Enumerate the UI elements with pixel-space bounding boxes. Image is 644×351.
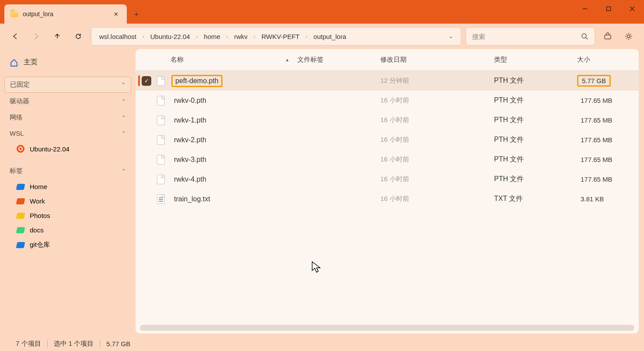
file-icon xyxy=(157,194,165,204)
file-type: PTH 文件 xyxy=(494,76,577,85)
chevron-right-icon: › xyxy=(141,34,146,39)
sidebar-wsl-section[interactable]: WSL ⌃ xyxy=(4,126,131,140)
file-size: 177.65 MB xyxy=(577,175,616,184)
file-row[interactable]: train_log.txt 16 小时前 TXT 文件 3.81 KB xyxy=(136,189,639,209)
status-item-count: 7 个项目 xyxy=(10,340,47,348)
breadcrumb-segment[interactable]: rwkv xyxy=(232,32,251,41)
col-header-size-label: 大小 xyxy=(577,56,590,63)
tag-icon xyxy=(16,198,25,204)
file-name: rwkv-3.pth xyxy=(171,155,209,165)
column-headers: 名称 ▲ 文件标签 修改日期 类型 大小 xyxy=(136,49,639,71)
search-icon[interactable] xyxy=(581,33,588,40)
sidebar-tags-label: 标签 xyxy=(10,167,23,175)
svg-rect-6 xyxy=(605,35,611,39)
window-controls xyxy=(573,0,644,18)
file-size: 3.81 KB xyxy=(577,194,607,204)
close-tab-button[interactable]: ✕ xyxy=(114,11,121,18)
folder-icon xyxy=(10,11,18,17)
file-row[interactable]: rwkv-0.pth 16 小时前 PTH 文件 177.65 MB xyxy=(136,91,639,110)
sidebar: 主页 已固定 ⌃ 驱动器 ⌃ 网络 ⌃ WSL ⌃ Ubuntu-22.04 标… xyxy=(0,49,136,336)
file-name: rwkv-4.pth xyxy=(171,175,209,184)
ubuntu-icon xyxy=(17,145,24,153)
breadcrumb-dropdown[interactable]: ⌄ xyxy=(446,31,456,42)
search-input[interactable] xyxy=(472,33,581,40)
status-bar: 7 个项目 选中 1 个项目 5.77 GB xyxy=(0,336,644,351)
file-size: 5.77 GB xyxy=(577,75,611,87)
new-tab-button[interactable]: ＋ xyxy=(127,4,146,24)
checkbox-checked-icon[interactable]: ✓ xyxy=(142,76,151,86)
file-name: rwkv-1.pth xyxy=(171,116,209,125)
file-size: 177.65 MB xyxy=(577,135,616,144)
file-date: 16 小时前 xyxy=(380,175,494,183)
svg-point-4 xyxy=(582,34,586,38)
forward-button[interactable] xyxy=(28,28,45,45)
sidebar-drives-section[interactable]: 驱动器 ⌃ xyxy=(4,94,131,109)
col-header-tags[interactable]: 文件标签 xyxy=(297,56,380,64)
file-row[interactable]: rwkv-4.pth 16 小时前 PTH 文件 177.65 MB xyxy=(136,169,639,189)
file-row[interactable]: rwkv-3.pth 16 小时前 PTH 文件 177.65 MB xyxy=(136,150,639,169)
file-date: 12 分钟前 xyxy=(380,77,494,85)
file-name: peft-demo.pth xyxy=(171,75,223,87)
svg-line-5 xyxy=(586,38,588,39)
up-button[interactable] xyxy=(49,28,66,45)
file-icon xyxy=(157,96,165,105)
sort-asc-icon: ▲ xyxy=(285,57,289,62)
breadcrumb-segment[interactable]: wsl.localhost xyxy=(97,32,139,41)
chevron-right-icon: › xyxy=(304,34,309,39)
file-size: 177.65 MB xyxy=(577,155,616,164)
col-header-type-label: 类型 xyxy=(494,56,507,63)
toolbox-icon[interactable] xyxy=(599,28,616,45)
file-row[interactable]: rwkv-1.pth 16 小时前 PTH 文件 177.65 MB xyxy=(136,110,639,130)
sidebar-tag-label: docs xyxy=(30,226,44,234)
tab-output-lora[interactable]: output_lora ✕ xyxy=(4,4,127,24)
sidebar-home[interactable]: 主页 xyxy=(4,54,131,70)
sidebar-tag-item[interactable]: Photos xyxy=(4,208,131,223)
breadcrumb[interactable]: wsl.localhost›Ubuntu-22.04›home›rwkv›RWK… xyxy=(91,27,461,46)
sidebar-tag-item[interactable]: Home xyxy=(4,179,131,194)
sidebar-pinned-label: 已固定 xyxy=(10,81,30,89)
sidebar-tag-label: Work xyxy=(30,197,45,205)
tag-icon xyxy=(16,227,25,233)
settings-icon[interactable] xyxy=(620,28,637,45)
file-date: 16 小时前 xyxy=(380,195,494,203)
sidebar-tag-item[interactable]: git仓库 xyxy=(4,237,131,253)
file-row[interactable]: ✓ peft-demo.pth 12 分钟前 PTH 文件 5.77 GB xyxy=(136,71,639,91)
close-window-button[interactable] xyxy=(620,0,644,18)
file-name: rwkv-2.pth xyxy=(171,135,209,145)
sidebar-network-section[interactable]: 网络 ⌃ xyxy=(4,110,131,125)
minimize-button[interactable] xyxy=(573,0,597,18)
sidebar-tag-item[interactable]: docs xyxy=(4,223,131,237)
breadcrumb-segment[interactable]: RWKV-PEFT xyxy=(259,32,302,41)
sidebar-pinned-section[interactable]: 已固定 ⌃ xyxy=(4,77,131,93)
col-header-name[interactable]: 名称 ▲ xyxy=(136,56,297,64)
file-type: PTH 文件 xyxy=(494,135,577,144)
file-type: PTH 文件 xyxy=(494,116,577,125)
col-header-date[interactable]: 修改日期 xyxy=(380,56,494,64)
sidebar-home-label: 主页 xyxy=(24,58,38,67)
breadcrumb-segment[interactable]: Ubuntu-22.04 xyxy=(148,32,193,41)
file-row[interactable]: rwkv-2.pth 16 小时前 PTH 文件 177.65 MB xyxy=(136,130,639,150)
breadcrumb-segment[interactable]: home xyxy=(201,32,223,41)
titlebar: output_lora ✕ ＋ xyxy=(0,0,644,24)
tag-icon xyxy=(16,213,25,219)
file-date: 16 小时前 xyxy=(380,136,494,144)
sidebar-wsl-ubuntu[interactable]: Ubuntu-22.04 xyxy=(4,141,131,156)
horizontal-scrollbar[interactable] xyxy=(140,325,634,331)
sidebar-tag-item[interactable]: Work xyxy=(4,194,131,208)
toolbar: wsl.localhost›Ubuntu-22.04›home›rwkv›RWK… xyxy=(0,24,644,49)
search-box[interactable] xyxy=(466,27,595,46)
sidebar-tags-section[interactable]: 标签 ⌃ xyxy=(4,163,131,179)
breadcrumb-segment[interactable]: output_lora xyxy=(311,32,349,41)
col-header-size[interactable]: 大小 xyxy=(577,56,639,64)
file-size: 177.65 MB xyxy=(577,116,616,125)
file-date: 16 小时前 xyxy=(380,96,494,105)
back-button[interactable] xyxy=(7,28,24,45)
maximize-button[interactable] xyxy=(597,0,620,18)
tag-icon xyxy=(16,242,25,248)
col-header-type[interactable]: 类型 xyxy=(494,56,577,64)
file-list[interactable]: ✓ peft-demo.pth 12 分钟前 PTH 文件 5.77 GB rw… xyxy=(136,71,639,325)
sidebar-tag-label: Photos xyxy=(30,212,50,219)
file-date: 16 小时前 xyxy=(380,116,494,124)
refresh-button[interactable] xyxy=(70,28,87,45)
svg-rect-1 xyxy=(607,7,611,11)
